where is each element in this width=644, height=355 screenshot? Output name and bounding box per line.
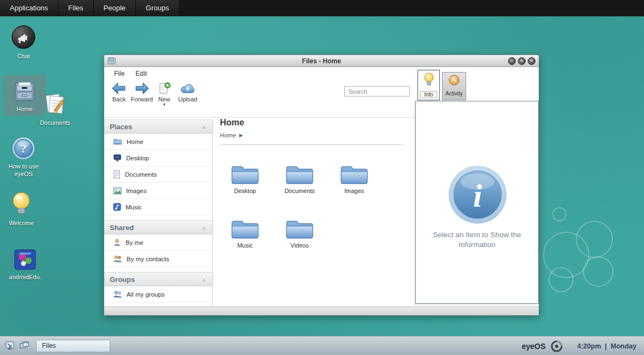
tab-info[interactable]: Info	[418, 70, 440, 100]
section-places-header[interactable]: Places ▲	[104, 119, 212, 134]
folder-icon	[285, 163, 314, 186]
cloud-doodle	[548, 267, 574, 292]
section-groups-header[interactable]: Groups ▲	[104, 272, 212, 286]
info-panel: i Select an Item to Show the Information	[415, 101, 539, 304]
people-icon	[113, 255, 122, 263]
sidebar-item-label: Images	[126, 188, 147, 194]
desktop-icon-androidedu[interactable]: androidEdu.	[3, 248, 47, 281]
music-note-icon	[113, 203, 121, 211]
sidebar-item-documents[interactable]: Documents	[104, 166, 212, 183]
androidedu-app-icon	[13, 248, 38, 271]
sidebar-item-desktop[interactable]: Desktop	[104, 150, 212, 166]
folder-music[interactable]: Music	[218, 213, 272, 268]
section-title: Groups	[110, 275, 201, 284]
minimize-button[interactable]: −	[508, 57, 516, 65]
upload-button[interactable]: Upload	[176, 81, 199, 103]
window-menubar: File Edit	[104, 67, 150, 80]
tab-activity-label: Activity	[443, 91, 466, 97]
top-menubar: Applications Files People Groups	[0, 0, 644, 16]
sidebar-item-music[interactable]: Music	[104, 199, 212, 215]
window-titlebar[interactable]: Files - Home − + ×	[104, 55, 539, 67]
section-shared-header[interactable]: Shared ▲	[104, 220, 212, 234]
cloud-doodle	[576, 221, 613, 258]
breadcrumb-arrow-icon: ▶	[239, 133, 243, 138]
sidebar-item-home[interactable]: Home	[104, 134, 212, 150]
menu-applications[interactable]: Applications	[0, 0, 58, 16]
sidebar-item-label: Home	[127, 139, 144, 145]
folder-label: Videos	[290, 242, 308, 249]
documents-papers-icon	[43, 92, 68, 117]
collapse-icon[interactable]: ▲	[201, 124, 207, 130]
folder-label: Images	[344, 188, 364, 194]
folder-label: Desktop	[234, 188, 256, 194]
new-dropdown-icon[interactable]: ▾	[154, 103, 174, 106]
menu-people[interactable]: People	[94, 0, 136, 16]
content-title: Home	[220, 118, 244, 128]
clock: 4:20pm | Monday	[577, 342, 636, 350]
cloud-doodle	[552, 207, 567, 221]
desktop-icon-home[interactable]: Home	[3, 75, 46, 116]
lightbulb-icon	[9, 191, 33, 217]
eyeos-brand-text: eyeOS	[522, 342, 546, 351]
breadcrumb[interactable]: Home ▶	[220, 132, 243, 139]
menu-files[interactable]: Files	[58, 0, 93, 16]
collapse-icon[interactable]: ▲	[201, 225, 207, 231]
chat-megaphone-icon	[10, 24, 37, 50]
folder-icon	[285, 218, 314, 240]
clock-day: Monday	[611, 342, 636, 350]
desktop-icon-label: Chat	[17, 53, 29, 59]
task-button-files[interactable]: Files	[36, 340, 110, 352]
group-icon	[113, 290, 122, 298]
tab-activity[interactable]: Activity	[442, 72, 466, 100]
desktop-icon-label: Documents	[40, 119, 70, 126]
tab-info-label: Info	[420, 91, 437, 98]
search-input[interactable]	[344, 86, 410, 97]
desktop-icon-label: Home	[16, 106, 32, 112]
folder-videos[interactable]: Videos	[272, 213, 327, 268]
eyeos-logo-icon[interactable]	[551, 340, 563, 352]
close-button[interactable]: ×	[528, 57, 535, 65]
sidebar-item-all-my-groups[interactable]: All my groups	[104, 286, 212, 303]
folder-label: Documents	[284, 188, 315, 194]
content-divider	[220, 145, 403, 145]
desktop-icon-welcome[interactable]: Welcome	[2, 191, 40, 227]
folder-documents[interactable]: Documents	[272, 159, 327, 213]
sidebar-item-by-my-contacts[interactable]: By my contacts	[104, 251, 212, 267]
desktop-icon-how-to-use[interactable]: ? How to use eyeOS	[3, 136, 44, 178]
desktop-icon-chat[interactable]: Chat	[2, 24, 45, 61]
activity-clock-icon	[448, 74, 460, 88]
desktop-icon-label: Welcome	[9, 220, 34, 226]
show-desktop-icon[interactable]	[5, 341, 14, 350]
new-document-icon	[157, 81, 171, 95]
folder-icon	[113, 138, 122, 145]
section-title: Places	[110, 123, 201, 131]
back-button[interactable]: Back	[108, 81, 130, 103]
maximize-button[interactable]: +	[518, 57, 526, 65]
sidebar-item-by-me[interactable]: By me	[104, 234, 212, 251]
cloud-doodle	[583, 256, 613, 287]
taskbar: Files eyeOS 4:20pm | Monday	[0, 336, 644, 355]
forward-arrow-icon	[134, 81, 150, 95]
collapse-icon[interactable]: ▲	[201, 276, 207, 282]
back-arrow-icon	[111, 81, 127, 95]
folder-images[interactable]: Images	[327, 159, 381, 213]
folder-icon	[230, 218, 260, 240]
document-icon	[113, 170, 121, 179]
folder-label: Music	[237, 242, 253, 249]
sidebar-item-images[interactable]: Images	[104, 183, 212, 199]
folder-desktop[interactable]: Desktop	[218, 159, 272, 213]
desktop: Applications Files People Groups Chat Do…	[0, 0, 644, 355]
forward-button[interactable]: Forward	[130, 81, 153, 103]
picture-icon	[113, 187, 122, 195]
info-bulb-icon	[424, 72, 434, 88]
edit-menu[interactable]: Edit	[132, 69, 150, 79]
windows-switcher-icon[interactable]	[20, 341, 29, 350]
file-menu[interactable]: File	[111, 69, 128, 79]
clock-time: 4:20pm	[577, 342, 601, 350]
menu-groups[interactable]: Groups	[136, 0, 180, 16]
breadcrumb-home[interactable]: Home	[220, 132, 236, 139]
window-title: Files - Home	[104, 55, 539, 67]
desktop-icon-label: How to use eyeOS	[8, 163, 38, 177]
window-controls: − + ×	[508, 57, 535, 65]
new-button[interactable]: New ▾	[154, 81, 174, 106]
